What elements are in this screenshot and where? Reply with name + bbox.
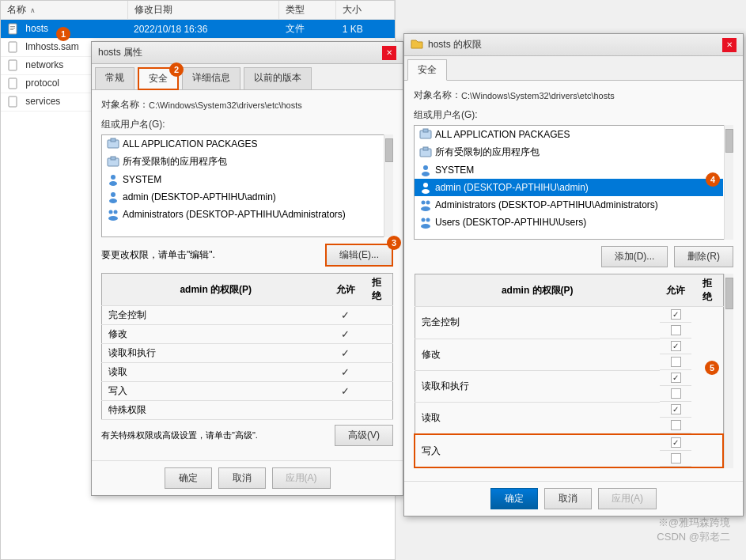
col-type[interactable]: 类型 xyxy=(279,1,336,20)
svg-point-23 xyxy=(423,165,428,170)
tab-bar: 常规 安全 2 详细信息 以前的版本 xyxy=(92,64,403,90)
svg-rect-9 xyxy=(111,138,115,142)
object-value: C:\Windows\System32\drivers\etc\hosts xyxy=(149,100,302,110)
perm-col-name: admin 的权限(P) xyxy=(102,274,330,306)
group-icon xyxy=(419,199,432,211)
permissions-section: admin 的权限(P) 允许 拒绝 完全控制 ✓ xyxy=(101,273,393,420)
dialog-title: hosts 的权限 xyxy=(428,38,482,51)
list-item[interactable]: admin (DESKTOP-APTHIHU\admin) xyxy=(102,188,383,206)
list-item[interactable]: ALL APPLICATION PACKAGES xyxy=(415,126,723,143)
list-item[interactable]: Administrators (DESKTOP-APTHIHU\Administ… xyxy=(415,196,723,214)
users-listbox[interactable]: ALL APPLICATION PACKAGES 所有受限制的应用程序包 SYS… xyxy=(414,125,733,240)
list-item[interactable]: 所有受限制的应用程序包 xyxy=(415,143,723,161)
svg-point-25 xyxy=(423,183,428,187)
tab-details[interactable]: 详细信息 xyxy=(182,67,240,89)
file-icon xyxy=(7,41,20,54)
checkbox[interactable] xyxy=(671,420,681,430)
object-label: 对象名称： xyxy=(414,89,461,102)
svg-rect-3 xyxy=(10,29,13,30)
perm-row: 修改 ✓ xyxy=(102,325,393,344)
checkbox[interactable] xyxy=(671,309,681,320)
svg-rect-6 xyxy=(9,78,17,89)
tab-security[interactable]: 安全 2 xyxy=(138,67,179,90)
object-name-row: 对象名称： C:\Windows\System32\drivers\etc\ho… xyxy=(101,98,393,112)
checkbox[interactable] xyxy=(671,373,681,383)
tab-security[interactable]: 安全 xyxy=(407,59,447,81)
perm-col-allow: 允许 xyxy=(660,274,691,307)
cancel-button[interactable]: 取消 xyxy=(544,488,592,509)
perm-row: 完全控制 ✓ xyxy=(102,306,393,325)
remove-button[interactable]: 删除(R) xyxy=(674,246,733,267)
advanced-button[interactable]: 高级(V) xyxy=(335,425,393,446)
checkbox[interactable] xyxy=(671,388,681,399)
svg-point-15 xyxy=(109,199,117,203)
checkbox-write-allow[interactable] xyxy=(671,437,681,448)
folder-icon xyxy=(411,37,423,52)
file-icon xyxy=(7,59,20,72)
edit-button[interactable]: 编辑(E)... xyxy=(325,244,393,267)
perm-row: 修改 xyxy=(415,339,723,370)
svg-rect-7 xyxy=(9,96,17,107)
apply-button[interactable]: 应用(A) xyxy=(272,467,331,489)
svg-rect-11 xyxy=(111,157,115,160)
permissions-table-container: admin 的权限(P) 允许 拒绝 完全控制 xyxy=(414,274,733,468)
svg-point-26 xyxy=(422,189,430,194)
scrollbar-thumb[interactable] xyxy=(385,138,393,162)
badge-4: 4 xyxy=(706,172,720,187)
close-button[interactable]: ✕ xyxy=(722,38,737,52)
col-size[interactable]: 大小 xyxy=(336,1,395,20)
perm-row: 特殊权限 xyxy=(102,401,393,420)
close-button[interactable]: ✕ xyxy=(382,46,396,60)
scrollbar[interactable] xyxy=(384,134,393,237)
file-size: 1 KB xyxy=(336,20,395,39)
tab-general[interactable]: 常规 xyxy=(95,67,134,89)
perm-scrollbar-thumb[interactable] xyxy=(725,278,733,309)
checkbox[interactable] xyxy=(671,325,681,335)
col-date[interactable]: 修改日期 xyxy=(127,1,279,20)
add-button[interactable]: 添加(D)... xyxy=(601,246,668,267)
list-item[interactable]: ALL APPLICATION PACKAGES xyxy=(102,135,383,153)
file-icon xyxy=(7,23,20,36)
perm-col-allow: 允许 xyxy=(330,274,362,306)
dialog-body: 对象名称： C:\Windows\System32\drivers\etc\ho… xyxy=(92,90,403,460)
perm-col-deny: 拒绝 xyxy=(362,274,393,306)
checkbox[interactable] xyxy=(671,453,681,464)
list-item[interactable]: SYSTEM xyxy=(415,161,723,179)
svg-point-14 xyxy=(111,192,115,197)
ok-button[interactable]: 确定 xyxy=(490,488,538,509)
ok-button[interactable]: 确定 xyxy=(165,467,212,489)
dialog-titlebar: hosts 的权限 ✕ xyxy=(404,34,743,56)
advanced-row: 有关特殊权限或高级设置，请单击"高级". 高级(V) xyxy=(101,425,393,446)
perm-row-write: 写入 xyxy=(415,434,723,467)
list-item-selected[interactable]: admin (DESKTOP-APTHIHU\admin) 4 xyxy=(415,179,723,196)
list-item[interactable]: Users (DESKTOP-APTHIHU\Users) xyxy=(415,214,723,231)
apply-button[interactable]: 应用(A) xyxy=(598,488,657,509)
list-item[interactable]: 所有受限制的应用程序包 xyxy=(102,153,383,171)
badge-1: 1 xyxy=(56,27,70,41)
badge-5: 5 xyxy=(705,361,719,375)
checkbox[interactable] xyxy=(671,357,681,367)
tab-previous-versions[interactable]: 以前的版本 xyxy=(244,67,312,89)
perm-row: 完全控制 xyxy=(415,307,723,339)
file-icon xyxy=(7,78,20,90)
dialog-footer: 确定 取消 应用(A) xyxy=(92,460,403,495)
users-listbox[interactable]: ALL APPLICATION PACKAGES 所有受限制的应用程序包 SYS… xyxy=(101,134,393,237)
svg-rect-1 xyxy=(10,26,15,27)
perm-col-name: admin 的权限(P) xyxy=(415,274,660,307)
scrollbar-thumb[interactable] xyxy=(725,129,733,153)
perm-scrollbar[interactable] xyxy=(724,274,733,468)
user-icon xyxy=(107,191,119,203)
perm-row: 读取和执行 xyxy=(415,370,723,402)
checkbox[interactable] xyxy=(671,404,681,414)
cancel-button[interactable]: 取消 xyxy=(218,467,266,489)
checkbox[interactable] xyxy=(671,341,681,351)
scrollbar[interactable] xyxy=(724,125,733,240)
svg-rect-0 xyxy=(9,24,17,34)
list-item[interactable]: Administrators (DESKTOP-APTHIHU\Administ… xyxy=(102,206,383,223)
badge-3: 3 xyxy=(387,236,401,250)
svg-rect-20 xyxy=(423,129,428,132)
list-item[interactable]: SYSTEM xyxy=(102,171,383,188)
users-listbox-container: ALL APPLICATION PACKAGES 所有受限制的应用程序包 SYS… xyxy=(414,125,733,240)
col-name[interactable]: 名称 ∧ xyxy=(1,1,127,20)
tab-bar: 安全 xyxy=(404,56,743,81)
